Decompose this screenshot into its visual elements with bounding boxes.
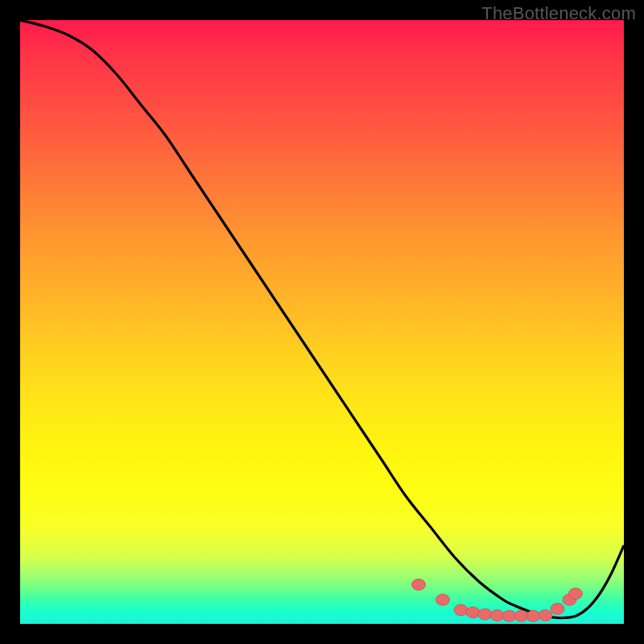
plot-area bbox=[20, 20, 624, 624]
watermark-label: TheBottleneck.com bbox=[481, 3, 636, 24]
chart-frame: TheBottleneck.com bbox=[0, 0, 644, 644]
